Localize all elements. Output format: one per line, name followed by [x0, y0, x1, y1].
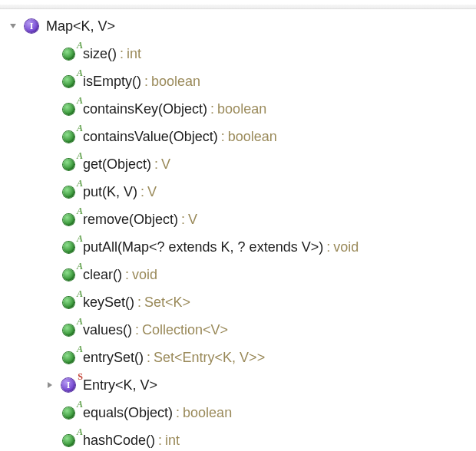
method-icon: A	[60, 266, 77, 283]
return-separator: :	[178, 212, 188, 228]
return-separator: :	[117, 46, 127, 62]
method-icon: A	[60, 100, 77, 117]
method-icon: A	[60, 294, 77, 311]
twisty-slot	[45, 214, 55, 225]
member-row[interactable]: A putAll(Map<? extends K, ? extends V>) …	[3, 233, 476, 261]
member-signature: equals(Object)	[83, 405, 173, 421]
method-icon: A	[60, 432, 77, 449]
interface-icon: S	[60, 377, 77, 393]
member-row[interactable]: A containsKey(Object) : boolean	[3, 95, 476, 123]
member-signature: entrySet()	[83, 350, 144, 366]
return-type: V	[147, 184, 157, 200]
abstract-badge-icon: A	[77, 317, 83, 326]
member-signature: values()	[83, 322, 132, 338]
member-row[interactable]: A get(Object) : V	[3, 150, 476, 178]
member-signature: clear()	[83, 267, 122, 283]
return-separator: :	[144, 350, 154, 366]
member-row[interactable]: A equals(Object) : boolean	[3, 399, 476, 426]
nested-type-row[interactable]: S Entry<K, V>	[3, 371, 476, 399]
return-type: Set<K>	[144, 295, 190, 311]
return-type: void	[333, 239, 359, 255]
method-icon: A	[60, 73, 77, 90]
static-badge-icon: S	[78, 372, 83, 381]
return-type: boolean	[217, 101, 266, 117]
return-type: V	[161, 156, 170, 173]
return-type: int	[165, 433, 180, 449]
method-icon: A	[60, 128, 77, 145]
twisty-slot	[45, 407, 55, 418]
return-separator: :	[141, 74, 151, 90]
abstract-badge-icon: A	[77, 262, 83, 271]
outline-tree: Map<K, V> A size() : int A isEmpty() : b…	[0, 9, 476, 451]
return-separator: :	[218, 129, 228, 145]
abstract-badge-icon: A	[77, 151, 83, 160]
member-row[interactable]: A remove(Object) : V	[3, 206, 476, 233]
twisty-slot	[45, 269, 55, 280]
twisty-slot	[45, 159, 55, 170]
return-type: boolean	[183, 405, 232, 421]
return-type: boolean	[151, 74, 200, 90]
return-type: Collection<V>	[142, 322, 228, 338]
abstract-badge-icon: A	[77, 234, 83, 243]
member-row[interactable]: A isEmpty() : boolean	[3, 67, 476, 95]
twisty-slot	[45, 104, 55, 114]
member-signature: Entry<K, V>	[83, 377, 157, 393]
abstract-badge-icon: A	[77, 96, 83, 105]
twisty-slot	[45, 186, 55, 197]
twisty-open-icon[interactable]	[8, 21, 18, 31]
member-signature: keySet()	[83, 295, 134, 311]
abstract-badge-icon: A	[77, 123, 83, 133]
member-signature: remove(Object)	[83, 212, 178, 228]
twisty-slot	[45, 352, 55, 363]
abstract-badge-icon: A	[77, 206, 83, 216]
member-signature: hashCode()	[83, 433, 155, 449]
method-icon: A	[60, 239, 77, 255]
method-icon: A	[60, 45, 77, 62]
member-signature: get(Object)	[83, 156, 151, 173]
interface-icon	[23, 18, 40, 35]
type-label: Map<K, V>	[46, 18, 115, 35]
member-row[interactable]: A hashCode() : int	[3, 426, 476, 451]
member-row[interactable]: A entrySet() : Set<Entry<K, V>>	[3, 344, 476, 371]
member-signature: put(K, V)	[83, 184, 137, 200]
return-separator: :	[151, 156, 161, 173]
member-row[interactable]: A values() : Collection<V>	[3, 316, 476, 344]
member-row[interactable]: A keySet() : Set<K>	[3, 288, 476, 316]
method-icon: A	[60, 183, 77, 200]
member-row[interactable]: A clear() : void	[3, 261, 476, 288]
abstract-badge-icon: A	[77, 344, 83, 354]
return-type: int	[127, 46, 141, 62]
abstract-badge-icon: A	[77, 68, 83, 77]
twisty-slot	[45, 131, 55, 142]
member-signature: size()	[83, 46, 117, 62]
abstract-badge-icon: A	[77, 400, 83, 409]
member-row[interactable]: A size() : int	[3, 40, 476, 67]
return-separator: :	[207, 101, 217, 117]
return-separator: :	[122, 267, 132, 283]
return-type: void	[132, 267, 157, 283]
return-type: boolean	[228, 129, 277, 145]
return-type: V	[188, 212, 197, 228]
twisty-slot	[45, 435, 55, 446]
method-icon: A	[60, 349, 77, 366]
twisty-slot	[45, 242, 55, 252]
method-icon: A	[60, 321, 77, 338]
twisty-closed-icon[interactable]	[45, 380, 55, 390]
member-signature: containsValue(Object)	[83, 129, 218, 145]
abstract-badge-icon: A	[77, 41, 83, 50]
return-separator: :	[132, 322, 142, 338]
member-list: A size() : int A isEmpty() : boolean A c…	[3, 40, 476, 451]
member-row[interactable]: A put(K, V) : V	[3, 178, 476, 206]
twisty-slot	[45, 48, 55, 59]
member-signature: putAll(Map<? extends K, ? extends V>)	[83, 239, 323, 255]
abstract-badge-icon: A	[77, 179, 83, 188]
member-row[interactable]: A containsValue(Object) : boolean	[3, 123, 476, 150]
method-icon: A	[60, 211, 77, 228]
return-separator: :	[134, 295, 144, 311]
member-signature: containsKey(Object)	[83, 101, 207, 117]
return-separator: :	[137, 184, 147, 200]
type-row-map[interactable]: Map<K, V>	[3, 12, 476, 40]
abstract-badge-icon: A	[77, 289, 83, 298]
method-icon: A	[60, 404, 77, 421]
twisty-slot	[45, 324, 55, 335]
